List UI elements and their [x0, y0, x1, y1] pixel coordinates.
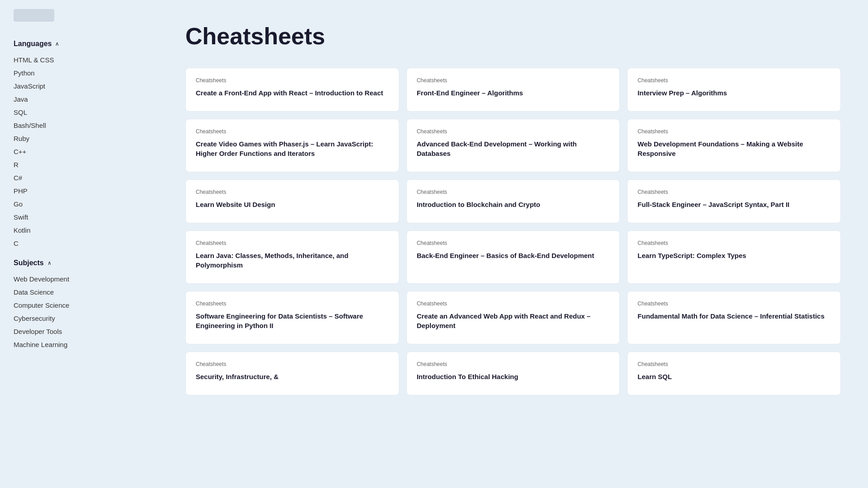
sidebar-item-language[interactable]: Python: [14, 66, 145, 80]
sidebar-item-language[interactable]: Java: [14, 93, 145, 106]
sidebar-item-subject[interactable]: Web Development: [14, 272, 145, 286]
card-category: Cheatsheets: [417, 300, 610, 307]
cheatsheet-card[interactable]: CheatsheetsIntroduction To Ethical Hacki…: [406, 352, 620, 395]
cards-grid: CheatsheetsCreate a Front-End App with R…: [185, 68, 841, 395]
cheatsheet-card[interactable]: CheatsheetsSoftware Engineering for Data…: [185, 291, 399, 344]
card-title: Learn Java: Classes, Methods, Inheritanc…: [196, 251, 389, 270]
card-title: Learn TypeScript: Complex Types: [637, 251, 830, 260]
card-title: Create an Advanced Web App with React an…: [417, 311, 610, 330]
page-title: Cheatsheets: [185, 23, 841, 50]
card-category: Cheatsheets: [417, 77, 610, 84]
main-content: Cheatsheets CheatsheetsCreate a Front-En…: [158, 0, 868, 488]
sidebar-item-language[interactable]: Ruby: [14, 132, 145, 145]
card-category: Cheatsheets: [417, 361, 610, 367]
card-category: Cheatsheets: [196, 240, 389, 246]
cheatsheet-card[interactable]: CheatsheetsFull-Stack Engineer – JavaScr…: [627, 179, 841, 223]
sidebar-item-language[interactable]: Swift: [14, 211, 145, 224]
card-title: Advanced Back-End Development – Working …: [417, 139, 610, 158]
sidebar-item-subject[interactable]: Developer Tools: [14, 325, 145, 338]
card-title: Fundamental Math for Data Science – Infe…: [637, 311, 830, 321]
card-category: Cheatsheets: [417, 128, 610, 135]
card-category: Cheatsheets: [196, 300, 389, 307]
sidebar-item-language[interactable]: Go: [14, 197, 145, 211]
card-title: Introduction to Blockchain and Crypto: [417, 200, 610, 209]
card-title: Learn Website UI Design: [196, 200, 389, 209]
languages-chevron-icon: ∧: [55, 41, 59, 47]
sidebar-logo: [14, 9, 54, 22]
sidebar-item-language[interactable]: Bash/Shell: [14, 119, 145, 132]
sidebar-item-language[interactable]: C++: [14, 145, 145, 158]
sidebar-item-language[interactable]: HTML & CSS: [14, 53, 145, 66]
cheatsheet-card[interactable]: CheatsheetsCreate an Advanced Web App wi…: [406, 291, 620, 344]
sidebar-item-language[interactable]: PHP: [14, 184, 145, 197]
cheatsheet-card[interactable]: CheatsheetsIntroduction to Blockchain an…: [406, 179, 620, 223]
card-title: Create a Front-End App with React – Intr…: [196, 88, 389, 98]
cheatsheet-card[interactable]: CheatsheetsLearn Java: Classes, Methods,…: [185, 230, 399, 284]
card-title: Web Development Foundations – Making a W…: [637, 139, 830, 158]
sidebar-item-subject[interactable]: Machine Learning: [14, 338, 145, 351]
card-title: Interview Prep – Algorithms: [637, 88, 830, 98]
card-category: Cheatsheets: [196, 189, 389, 195]
sidebar-item-language[interactable]: C: [14, 237, 145, 250]
languages-header[interactable]: Languages ∧: [14, 40, 145, 48]
card-title: Security, Infrastructure, &: [196, 372, 389, 381]
subjects-list: Web DevelopmentData ScienceComputer Scie…: [14, 272, 145, 351]
cheatsheet-card[interactable]: CheatsheetsLearn SQL: [627, 352, 841, 395]
card-title: Full-Stack Engineer – JavaScript Syntax,…: [637, 200, 830, 209]
cheatsheet-card[interactable]: CheatsheetsCreate Video Games with Phase…: [185, 119, 399, 172]
languages-list: HTML & CSSPythonJavaScriptJavaSQLBash/Sh…: [14, 53, 145, 250]
sidebar-item-subject[interactable]: Data Science: [14, 286, 145, 299]
cheatsheet-card[interactable]: CheatsheetsFront-End Engineer – Algorith…: [406, 68, 620, 112]
cheatsheet-card[interactable]: CheatsheetsInterview Prep – Algorithms: [627, 68, 841, 112]
cheatsheet-card[interactable]: CheatsheetsWeb Development Foundations –…: [627, 119, 841, 172]
card-category: Cheatsheets: [196, 361, 389, 367]
card-category: Cheatsheets: [637, 189, 830, 195]
sidebar-item-language[interactable]: Kotlin: [14, 224, 145, 237]
subjects-title: Subjects: [14, 259, 44, 267]
card-category: Cheatsheets: [637, 240, 830, 246]
card-category: Cheatsheets: [637, 128, 830, 135]
sidebar-item-language[interactable]: JavaScript: [14, 80, 145, 93]
cheatsheet-card[interactable]: CheatsheetsFundamental Math for Data Sci…: [627, 291, 841, 344]
card-title: Create Video Games with Phaser.js – Lear…: [196, 139, 389, 158]
sidebar-item-language[interactable]: C#: [14, 171, 145, 184]
cheatsheet-card[interactable]: CheatsheetsCreate a Front-End App with R…: [185, 68, 399, 112]
card-title: Introduction To Ethical Hacking: [417, 372, 610, 381]
card-title: Learn SQL: [637, 372, 830, 381]
card-category: Cheatsheets: [637, 300, 830, 307]
cheatsheet-card[interactable]: CheatsheetsLearn Website UI Design: [185, 179, 399, 223]
sidebar-item-language[interactable]: R: [14, 158, 145, 171]
subjects-section: Subjects ∧ Web DevelopmentData ScienceCo…: [14, 259, 145, 351]
sidebar-item-subject[interactable]: Computer Science: [14, 299, 145, 312]
cheatsheet-card[interactable]: CheatsheetsSecurity, Infrastructure, &: [185, 352, 399, 395]
card-title: Software Engineering for Data Scientists…: [196, 311, 389, 330]
cheatsheet-card[interactable]: CheatsheetsLearn TypeScript: Complex Typ…: [627, 230, 841, 284]
cheatsheet-card[interactable]: CheatsheetsAdvanced Back-End Development…: [406, 119, 620, 172]
card-category: Cheatsheets: [637, 77, 830, 84]
card-category: Cheatsheets: [417, 189, 610, 195]
card-category: Cheatsheets: [417, 240, 610, 246]
card-title: Front-End Engineer – Algorithms: [417, 88, 610, 98]
languages-section: Languages ∧ HTML & CSSPythonJavaScriptJa…: [14, 40, 145, 250]
card-category: Cheatsheets: [196, 128, 389, 135]
subjects-chevron-icon: ∧: [47, 260, 52, 266]
languages-title: Languages: [14, 40, 52, 48]
sidebar-item-subject[interactable]: Cybersecurity: [14, 312, 145, 325]
subjects-header[interactable]: Subjects ∧: [14, 259, 145, 267]
sidebar-item-language[interactable]: SQL: [14, 106, 145, 119]
cheatsheet-card[interactable]: CheatsheetsBack-End Engineer – Basics of…: [406, 230, 620, 284]
card-category: Cheatsheets: [637, 361, 830, 367]
card-title: Back-End Engineer – Basics of Back-End D…: [417, 251, 610, 260]
card-category: Cheatsheets: [196, 77, 389, 84]
sidebar: Languages ∧ HTML & CSSPythonJavaScriptJa…: [0, 0, 158, 488]
